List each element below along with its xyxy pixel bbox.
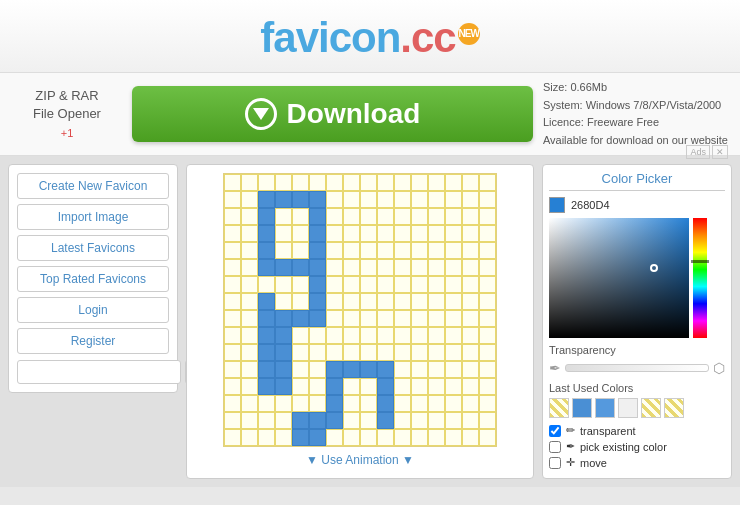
grid-cell[interactable] (326, 395, 343, 412)
grid-cell[interactable] (309, 412, 326, 429)
grid-cell[interactable] (360, 310, 377, 327)
grid-cell[interactable] (360, 395, 377, 412)
grid-cell[interactable] (445, 293, 462, 310)
grid-cell[interactable] (326, 310, 343, 327)
grid-cell[interactable] (462, 412, 479, 429)
sidebar-item-create[interactable]: Create New Favicon (17, 173, 169, 199)
grid-cell[interactable] (411, 191, 428, 208)
grid-cell[interactable] (258, 361, 275, 378)
grid-cell[interactable] (241, 259, 258, 276)
grid-cell[interactable] (326, 208, 343, 225)
grid-cell[interactable] (428, 293, 445, 310)
grid-cell[interactable] (258, 412, 275, 429)
ad-close[interactable]: ✕ (712, 145, 728, 159)
grid-cell[interactable] (445, 327, 462, 344)
grid-cell[interactable] (360, 327, 377, 344)
grid-cell[interactable] (360, 191, 377, 208)
grid-cell[interactable] (326, 242, 343, 259)
checkbox-pick[interactable] (549, 441, 561, 453)
grid-cell[interactable] (224, 327, 241, 344)
grid-cell[interactable] (292, 378, 309, 395)
grid-cell[interactable] (309, 395, 326, 412)
grid-cell[interactable] (479, 276, 496, 293)
grid-cell[interactable] (428, 225, 445, 242)
grid-cell[interactable] (360, 344, 377, 361)
grid-cell[interactable] (241, 174, 258, 191)
grid-cell[interactable] (445, 361, 462, 378)
grid-cell[interactable] (326, 412, 343, 429)
grid-cell[interactable] (411, 310, 428, 327)
grid-cell[interactable] (309, 361, 326, 378)
grid-cell[interactable] (479, 293, 496, 310)
grid-cell[interactable] (224, 344, 241, 361)
grid-cell[interactable] (479, 361, 496, 378)
grid-cell[interactable] (377, 327, 394, 344)
grid-cell[interactable] (258, 429, 275, 446)
grid-cell[interactable] (377, 259, 394, 276)
grid-cell[interactable] (343, 395, 360, 412)
grid-cell[interactable] (275, 361, 292, 378)
grid-cell[interactable] (462, 310, 479, 327)
grid-cell[interactable] (377, 361, 394, 378)
grid-cell[interactable] (394, 395, 411, 412)
grid-cell[interactable] (377, 344, 394, 361)
grid-cell[interactable] (462, 225, 479, 242)
grid-cell[interactable] (445, 378, 462, 395)
grid-cell[interactable] (394, 293, 411, 310)
grid-cell[interactable] (411, 208, 428, 225)
grid-cell[interactable] (360, 293, 377, 310)
grid-cell[interactable] (377, 208, 394, 225)
grid-cell[interactable] (445, 344, 462, 361)
grid-cell[interactable] (309, 429, 326, 446)
grid-cell[interactable] (292, 191, 309, 208)
grid-cell[interactable] (292, 276, 309, 293)
grid-cell[interactable] (326, 327, 343, 344)
grid-cell[interactable] (326, 378, 343, 395)
grid-cell[interactable] (241, 208, 258, 225)
grid-cell[interactable] (479, 208, 496, 225)
grid-cell[interactable] (462, 378, 479, 395)
grid-cell[interactable] (394, 191, 411, 208)
grid-cell[interactable] (292, 242, 309, 259)
grid-cell[interactable] (258, 242, 275, 259)
grid-cell[interactable] (343, 191, 360, 208)
grid-cell[interactable] (343, 259, 360, 276)
grid-cell[interactable] (292, 208, 309, 225)
grid-cell[interactable] (241, 361, 258, 378)
grid-cell[interactable] (292, 412, 309, 429)
animation-link[interactable]: ▼ Use Animation ▼ (306, 453, 414, 467)
grid-cell[interactable] (462, 293, 479, 310)
grid-cell[interactable] (428, 412, 445, 429)
grid-cell[interactable] (445, 242, 462, 259)
grid-cell[interactable] (360, 378, 377, 395)
color-gradient[interactable] (549, 218, 689, 338)
grid-cell[interactable] (343, 361, 360, 378)
grid-cell[interactable] (241, 344, 258, 361)
grid-cell[interactable] (258, 293, 275, 310)
grid-cell[interactable] (479, 259, 496, 276)
grid-cell[interactable] (326, 191, 343, 208)
grid-cell[interactable] (343, 293, 360, 310)
grid-cell[interactable] (343, 378, 360, 395)
grid-cell[interactable] (377, 412, 394, 429)
grid-cell[interactable] (224, 174, 241, 191)
grid-cell[interactable] (445, 412, 462, 429)
grid-cell[interactable] (275, 225, 292, 242)
sidebar-item-toprated[interactable]: Top Rated Favicons (17, 266, 169, 292)
grid-cell[interactable] (275, 242, 292, 259)
grid-cell[interactable] (326, 259, 343, 276)
grid-cell[interactable] (241, 191, 258, 208)
grid-cell[interactable] (360, 361, 377, 378)
grid-cell[interactable] (241, 310, 258, 327)
grid-cell[interactable] (275, 276, 292, 293)
grid-cell[interactable] (343, 327, 360, 344)
grid-cell[interactable] (224, 378, 241, 395)
grid-cell[interactable] (309, 225, 326, 242)
grid-cell[interactable] (394, 174, 411, 191)
grid-cell[interactable] (275, 259, 292, 276)
grid-cell[interactable] (394, 310, 411, 327)
grid-cell[interactable] (309, 276, 326, 293)
grid-cell[interactable] (292, 259, 309, 276)
last-color-2[interactable] (572, 398, 592, 418)
grid-cell[interactable] (445, 191, 462, 208)
